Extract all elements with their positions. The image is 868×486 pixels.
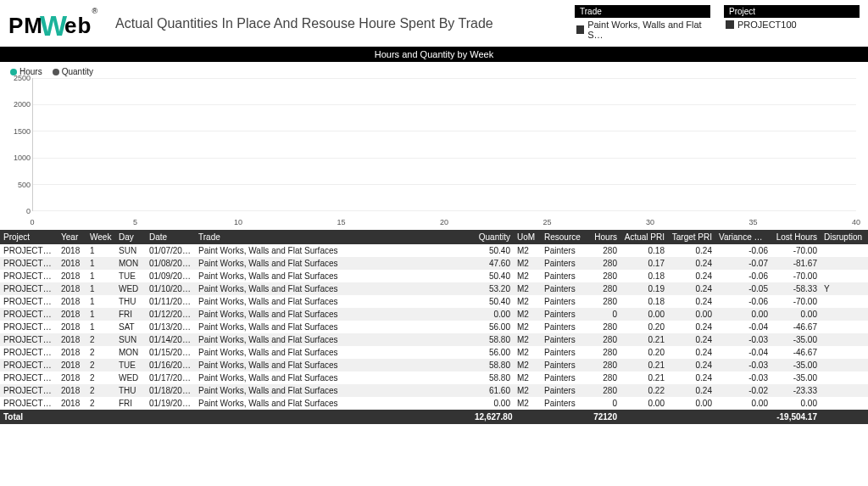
x-tick: 25	[542, 218, 551, 226]
header: PMWeb® Actual Quantities In Place And Re…	[0, 0, 868, 43]
x-axis: 0510152025303540	[32, 211, 856, 226]
filters: Trade Paint Works, Walls and Flat S… Pro…	[575, 5, 860, 42]
y-tick: 1000	[14, 154, 31, 162]
x-tick: 15	[337, 218, 345, 226]
chart: Hours Quantity 05001000150020002500 0510…	[0, 62, 868, 228]
y-tick: 2000	[14, 100, 31, 109]
filter-trade-text: Paint Works, Walls and Flat S…	[587, 20, 709, 40]
chart-line	[33, 78, 856, 424]
swatch-icon	[576, 25, 584, 34]
x-tick: 40	[852, 218, 860, 226]
chart-area: 05001000150020002500 0510152025303540	[8, 78, 860, 226]
swatch-icon	[726, 20, 734, 29]
filter-trade[interactable]: Trade Paint Works, Walls and Flat S…	[575, 5, 710, 42]
logo-reg: ®	[92, 7, 98, 15]
filter-project[interactable]: Project PROJECT100	[724, 5, 860, 42]
dot-icon	[53, 69, 59, 75]
x-tick: 20	[440, 218, 448, 226]
filter-project-text: PROJECT100	[737, 20, 797, 30]
logo-left: PM	[8, 13, 43, 38]
filter-project-value[interactable]: PROJECT100	[724, 18, 860, 31]
y-tick: 0	[26, 207, 31, 215]
logo-slash: W	[40, 9, 68, 42]
filter-trade-value[interactable]: Paint Works, Walls and Flat S…	[575, 18, 710, 42]
x-tick: 0	[30, 218, 34, 226]
y-tick: 1500	[14, 127, 31, 136]
x-tick: 5	[133, 218, 137, 226]
chart-title: Hours and Quantity by Week	[0, 47, 868, 62]
chart-legend: Hours Quantity	[10, 67, 860, 76]
page-title: Actual Quantities In Place And Resouse H…	[115, 16, 493, 31]
y-axis: 05001000150020002500	[8, 78, 32, 211]
chart-grid	[32, 78, 856, 211]
filter-trade-label: Trade	[575, 5, 710, 18]
legend-quantity: Quantity	[53, 67, 93, 76]
x-tick: 10	[234, 218, 242, 226]
logo-right: eb	[64, 13, 92, 38]
filter-project-label: Project	[724, 5, 860, 18]
x-tick: 30	[646, 218, 654, 226]
logo: PMWeb®	[8, 7, 98, 40]
x-tick: 35	[748, 218, 757, 226]
y-tick: 500	[18, 181, 31, 189]
y-tick: 2500	[14, 74, 31, 82]
